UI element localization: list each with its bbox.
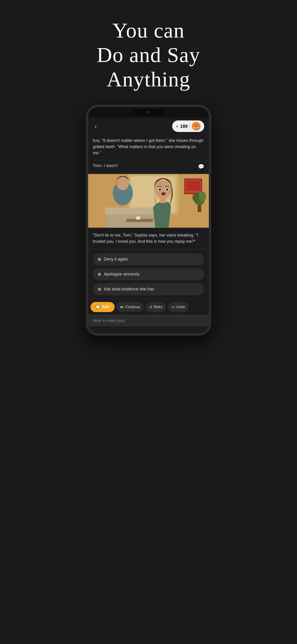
header-right: ♦ 189 🦊 <box>172 120 204 132</box>
hero-title-line3: Anything <box>106 68 190 91</box>
action-bar: 💬 SAY ⏭ Continue ↺ Retry ↩ Undo <box>88 299 209 315</box>
continue-label: Continue <box>125 305 140 309</box>
scene-svg <box>88 173 209 228</box>
choice-dot-3 <box>98 288 101 291</box>
choice-deny[interactable]: Deny it again <box>93 253 204 265</box>
choice-dot-2 <box>98 273 101 276</box>
say-icon: 💬 <box>96 305 100 309</box>
notch-cutout <box>134 109 164 116</box>
gems-count: 189 <box>180 124 188 129</box>
tom-text: I wasn't <box>104 163 118 168</box>
retry-label: Retry <box>154 305 162 309</box>
say-label: SAY <box>102 305 110 309</box>
text-input-placeholder[interactable]: Nice to meet you! <box>93 318 204 323</box>
retry-button[interactable]: ↺ Retry <box>146 302 166 312</box>
user-avatar[interactable]: 🦊 <box>192 122 200 130</box>
say-button[interactable]: 💬 SAY <box>90 302 115 312</box>
undo-label: Undo <box>176 305 185 309</box>
input-area[interactable]: Nice to meet you! <box>88 315 209 326</box>
choices-area: Deny it again Apologize sincerely Ask wh… <box>88 250 209 299</box>
phone-bottom <box>88 326 209 333</box>
back-button[interactable]: ‹ <box>93 122 98 131</box>
phone-frame: ‹ ♦ 189 🦊 fury. "It doesn't matter where… <box>86 105 211 335</box>
retry-icon: ↺ <box>149 305 152 309</box>
badge-divider <box>190 124 190 129</box>
story-text-block: fury. "It doesn't matter where I got the… <box>88 135 209 160</box>
choice-dot-1 <box>98 258 101 261</box>
undo-button[interactable]: ↩ Undo <box>168 302 188 312</box>
continue-button[interactable]: ⏭ Continue <box>116 302 144 312</box>
sophia-text-block: "Don't lie to me, Tom," Sophia says, her… <box>88 228 209 250</box>
scene-image <box>88 173 209 228</box>
tom-dialogue: Tom: I wasn't <box>93 163 118 168</box>
choice-label-3: Ask what evidence she has <box>104 287 154 292</box>
phone-screen: ‹ ♦ 189 🦊 fury. "It doesn't matter where… <box>88 118 209 333</box>
hero-title: You can Do and Say Anything <box>97 18 200 92</box>
hero-title-line1: You can <box>112 19 185 42</box>
choice-apologize[interactable]: Apologize sincerely <box>93 268 204 280</box>
gem-icon: ♦ <box>176 124 178 129</box>
choice-label-2: Apologize sincerely <box>104 272 140 277</box>
speaker-name: Tom: <box>93 163 104 168</box>
continue-icon: ⏭ <box>120 305 124 309</box>
fury-text: fury. "It doesn't matter where I got the… <box>93 138 204 156</box>
sophia-quote: "Don't lie to me, Tom," Sophia says, her… <box>93 232 204 244</box>
dialogue-box: Tom: I wasn't 💬 <box>88 160 209 173</box>
choice-label-1: Deny it again <box>104 257 128 262</box>
screen-header: ‹ ♦ 189 🦊 <box>88 118 209 135</box>
gems-badge[interactable]: ♦ 189 🦊 <box>172 120 204 132</box>
front-camera <box>147 111 150 114</box>
svg-rect-25 <box>136 216 140 220</box>
undo-icon: ↩ <box>172 305 175 309</box>
phone-notch <box>88 107 209 118</box>
chat-icon[interactable]: 💬 <box>198 164 204 170</box>
hero-title-line2: Do and Say <box>97 43 200 66</box>
choice-evidence[interactable]: Ask what evidence she has <box>93 283 204 295</box>
